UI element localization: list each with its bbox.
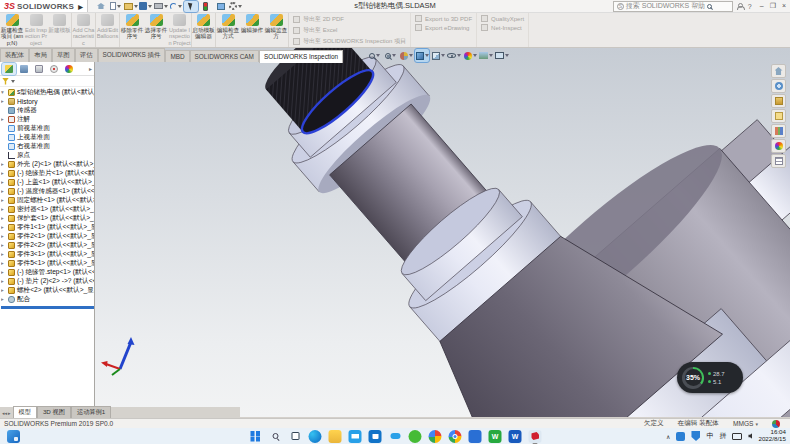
tree-item[interactable]: ▸ (-) 温度传感器<1> (默认<<默认>_: [1, 187, 94, 196]
panel-tab-propertymanager[interactable]: [17, 63, 31, 75]
task-pane-tab-solidworks-resources[interactable]: [771, 79, 786, 93]
headsup-button-apply-scene[interactable]: [479, 49, 493, 62]
tree-item[interactable]: ▸ 零件3<1> (默认<<默认>_显示状: [1, 250, 94, 259]
expand-arrow[interactable]: ▸: [1, 189, 6, 195]
headsup-button-zoom-area[interactable]: [383, 49, 397, 62]
tree-item[interactable]: ▸ 配合: [1, 295, 94, 304]
tree-item[interactable]: ▸ 传感器: [1, 106, 94, 115]
quick-access-button-new-document[interactable]: [109, 1, 123, 12]
taskbar-icon-mail[interactable]: [349, 430, 362, 443]
menu-flyout-icon[interactable]: ▶: [78, 3, 83, 10]
task-pane-tab-file-explorer[interactable]: [771, 109, 786, 123]
expand-arrow[interactable]: ▸: [1, 270, 6, 276]
commandmanager-tab[interactable]: MBD: [165, 50, 189, 62]
tree-filter[interactable]: [0, 76, 94, 87]
panel-tab-displaymanager[interactable]: [62, 63, 76, 75]
tree-item[interactable]: ▸ 零件2<1> (默认<<默认>_显示状: [1, 232, 94, 241]
expand-arrow[interactable]: ▸: [1, 171, 6, 177]
tree-item[interactable]: ▸ 零件5<1> (默认<<默认>_显示状: [1, 259, 94, 268]
expand-arrow[interactable]: ▾: [1, 90, 6, 96]
panel-tabs-overflow-icon[interactable]: ▸: [89, 65, 94, 72]
scroll-left-icon[interactable]: ◂◂: [2, 410, 7, 416]
volume-icon[interactable]: [748, 433, 752, 439]
expand-arrow[interactable]: ▸: [1, 180, 6, 186]
taskbar-icon-file-explorer[interactable]: [329, 430, 342, 443]
login-icon[interactable]: [737, 3, 744, 10]
model-tab[interactable]: 运动算例1: [71, 406, 111, 418]
expand-arrow[interactable]: ▸: [1, 252, 6, 258]
hidden-icons-chevron[interactable]: ∧: [666, 433, 670, 440]
taskbar-icon-wechat[interactable]: [409, 430, 422, 443]
tree-item[interactable]: ▸ 保护套<1> (默认<<默认>_显示状: [1, 214, 94, 223]
taskbar-icon-search[interactable]: [269, 430, 282, 443]
taskbar-icon-task-view[interactable]: [289, 430, 302, 443]
tab-scroll-buttons[interactable]: ◂◂▸: [0, 407, 13, 418]
taskbar-clock[interactable]: 16:04 2022/8/15: [758, 429, 786, 443]
headsup-button-view-orientation[interactable]: [415, 49, 429, 62]
scroll-right-icon[interactable]: ▸: [8, 410, 11, 416]
expand-arrow[interactable]: ▸: [1, 207, 6, 213]
ribbon-button-add-characteristic[interactable]: Add Characteristic: [72, 13, 96, 47]
expand-arrow[interactable]: ▸: [1, 225, 6, 231]
ribbon-button-edit-inspection-project[interactable]: Edit Inspection Project: [24, 13, 48, 47]
commandmanager-tab[interactable]: SOLIDWORKS Inspection: [259, 50, 343, 63]
export-item[interactable]: 导出至 2D PDF: [293, 15, 406, 24]
security-shield-icon[interactable]: [691, 431, 700, 441]
commandmanager-tab[interactable]: 评估: [75, 48, 98, 62]
ribbon-button-edit-inspection-method[interactable]: 编辑检查方式: [216, 13, 240, 47]
quick-access-button-file-properties[interactable]: [214, 1, 228, 12]
ribbon-button-edit-operation[interactable]: 编辑操作: [240, 13, 264, 47]
headsup-button-hide-show-items[interactable]: [447, 49, 461, 62]
taskbar-icon-store[interactable]: [369, 430, 382, 443]
panel-tab-configurationmanager[interactable]: [32, 63, 46, 75]
restore-button[interactable]: [770, 2, 776, 10]
task-pane-tab-appearances-scenes[interactable]: [771, 139, 786, 153]
close-button[interactable]: [782, 2, 786, 10]
ribbon-button-remove-balloon[interactable]: 移除零件序号: [120, 13, 144, 47]
taskbar-icon-edge[interactable]: [309, 430, 322, 443]
task-pane-tab-custom-properties[interactable]: [771, 154, 786, 168]
widgets-icon[interactable]: [7, 430, 20, 443]
commandmanager-tab[interactable]: 装配体: [0, 48, 29, 62]
graphics-viewport[interactable]: 35% 28.75.1: [95, 48, 790, 417]
taskbar-icon-word[interactable]: [509, 430, 522, 443]
tree-item[interactable]: ▸ 原点: [1, 151, 94, 160]
expand-arrow[interactable]: ▸: [1, 279, 6, 285]
ribbon-button-add-edit-balloons[interactable]: Add/Edit Balloons: [96, 13, 120, 47]
commandmanager-tab[interactable]: 草图: [52, 48, 75, 62]
model-tab[interactable]: 3D 视图: [37, 406, 71, 418]
headsup-button-view-settings[interactable]: [495, 49, 509, 62]
quick-access-button-save[interactable]: [139, 1, 153, 12]
panel-splitter[interactable]: [1, 306, 94, 309]
ribbon-button-new-template[interactable]: 新建模板: [48, 13, 72, 47]
expand-arrow[interactable]: ▸: [1, 99, 6, 105]
quick-access-button-select[interactable]: [184, 1, 198, 12]
quick-access-button-print[interactable]: [154, 1, 168, 12]
ime-language[interactable]: 中: [706, 431, 713, 441]
expand-arrow[interactable]: ▸: [1, 297, 6, 303]
quick-access-button-undo[interactable]: [169, 1, 183, 12]
minimize-button[interactable]: [760, 2, 764, 10]
commandmanager-tab[interactable]: SOLIDWORKS CAM: [190, 50, 259, 62]
tree-item[interactable]: ▸ 上视基准面: [1, 133, 94, 142]
tree-item[interactable]: ▸ 固定螺栓<1> (默认<<默认>_显示: [1, 196, 94, 205]
task-pane-tab-home[interactable]: [771, 64, 786, 78]
tree-item[interactable]: ▸ 右视基准面: [1, 142, 94, 151]
taskbar-icon-solidworks[interactable]: [529, 430, 542, 443]
tree-item[interactable]: ▸ 螺栓<2> (默认<<默认>_显示状态: [1, 286, 94, 295]
export-item[interactable]: 导出至 SOLIDWORKS Inspection 项目: [293, 37, 406, 46]
ribbon-button-update-inspection-project[interactable]: Update Inspection Project: [168, 13, 192, 47]
tree-root-assembly[interactable]: ▾ s型铂铑热电偶 (默认<默认_显示状态-1: [1, 88, 94, 97]
tree-item[interactable]: ▸ 注解: [1, 115, 94, 124]
panel-tab-featuremanager[interactable]: [2, 63, 16, 75]
taskbar-icon-wps[interactable]: [489, 430, 502, 443]
task-pane-tab-view-palette[interactable]: [771, 124, 786, 138]
ribbon-button-launch-template-editor[interactable]: 启动模板编辑器: [192, 13, 216, 47]
task-pane-tab-design-library[interactable]: [771, 94, 786, 108]
quick-access-button-open[interactable]: [124, 1, 138, 12]
model-tab[interactable]: 模型: [13, 406, 37, 418]
headsup-button-section-view[interactable]: [399, 49, 413, 62]
export-item[interactable]: 导出至 Excel: [293, 26, 406, 35]
ime-mode[interactable]: 拼: [719, 431, 726, 441]
tree-item[interactable]: ▸ 零件2<2> (默认<<默认>_显示状: [1, 241, 94, 250]
